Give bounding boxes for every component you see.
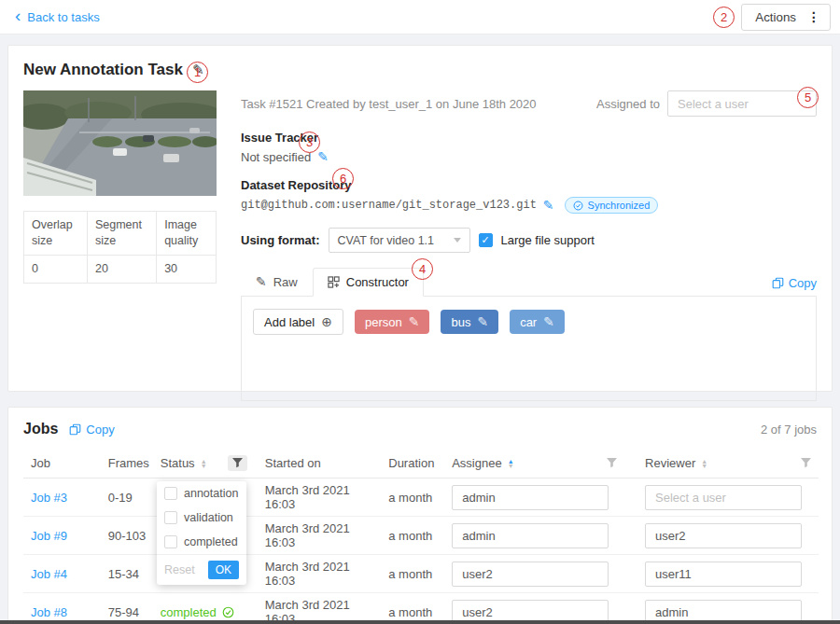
label-chip-car-name: car <box>520 315 537 329</box>
filter-option-completed-label: completed <box>184 535 238 548</box>
jobs-table: Job Frames Status ▲▼ Started on Duration <box>23 449 819 624</box>
sort-icon-reviewer[interactable]: ▲▼ <box>701 459 707 468</box>
label-chip-bus[interactable]: bus ✎ <box>441 310 498 334</box>
copy-labels-label: Copy <box>789 276 817 290</box>
job-frames: 75-94 <box>101 593 153 624</box>
job-link[interactable]: Job #4 <box>31 567 67 581</box>
col-job: Job <box>23 449 101 478</box>
param-header-segment: Segment size <box>87 212 156 256</box>
job-frames: 15-34 <box>101 555 153 593</box>
job-duration: a month <box>381 555 444 593</box>
param-header-quality: Image quality <box>157 212 217 256</box>
add-label-button[interactable]: Add label ⊕ <box>253 309 343 335</box>
copy-icon <box>69 423 81 436</box>
job-duration: a month <box>381 478 444 517</box>
callout-3: 3 <box>299 132 320 153</box>
add-label-text: Add label <box>264 315 315 329</box>
actions-button[interactable]: Actions ⋮ <box>741 4 831 31</box>
filter-option-completed[interactable]: completed <box>157 530 246 554</box>
tab-raw[interactable]: ✎ Raw <box>241 268 313 296</box>
format-select-value: CVAT for video 1.1 <box>338 234 435 247</box>
callout-5: 5 <box>797 87 819 108</box>
filter-icon-assignee[interactable] <box>607 458 617 468</box>
sync-badge-label: Synchronized <box>588 200 651 211</box>
edit-label-icon[interactable]: ✎ <box>409 314 420 329</box>
job-link[interactable]: Job #8 <box>31 605 67 619</box>
filter-ok-button[interactable]: OK <box>208 561 239 579</box>
copy-jobs-button[interactable]: Copy <box>69 423 114 437</box>
callout-1: 1 <box>187 62 208 83</box>
checkbox-annotation[interactable] <box>164 487 177 500</box>
task-title: New Annotation Task <box>23 61 183 79</box>
large-file-checkbox[interactable]: ✓ <box>479 233 493 247</box>
filter-option-annotation[interactable]: annotation <box>157 481 246 506</box>
assignee-input[interactable] <box>452 562 609 587</box>
filter-option-validation[interactable]: validation <box>157 506 246 530</box>
copy-jobs-label: Copy <box>86 423 114 437</box>
label-chip-person[interactable]: person ✎ <box>355 310 429 334</box>
table-row: Job #3 0-19 March 3rd 2021 16:03 a month <box>23 478 819 517</box>
window-bottom-edge <box>0 620 840 624</box>
sort-icon-assignee[interactable]: ▲▼ <box>508 459 514 468</box>
job-link[interactable]: Job #9 <box>31 529 67 543</box>
checkbox-completed[interactable] <box>164 535 177 548</box>
jobs-count: 2 of 7 jobs <box>761 423 817 437</box>
dataset-repository-label: Dataset Repository <box>241 178 817 192</box>
edit-label-icon[interactable]: ✎ <box>543 314 554 329</box>
label-chip-car[interactable]: car ✎ <box>510 310 565 334</box>
task-preview-image <box>23 90 217 196</box>
callout-4: 4 <box>412 258 433 280</box>
job-frames: 0-19 <box>101 478 153 517</box>
filter-icon-reviewer[interactable] <box>801 458 811 468</box>
back-to-tasks-link[interactable]: ‹ Back to tasks <box>15 10 100 24</box>
actions-label: Actions <box>742 10 805 24</box>
copy-icon <box>772 277 784 289</box>
pencil-icon: ✎ <box>256 274 267 289</box>
assignee-input[interactable] <box>452 523 609 548</box>
filter-icon-status[interactable] <box>228 455 247 471</box>
dataset-repository-url: git@github.com:username/git_storage_v123… <box>241 199 537 212</box>
table-row: Job #4 15-34 March 3rd 2021 16:03 a mont… <box>23 555 819 593</box>
job-started: March 3rd 2021 16:03 <box>258 517 382 555</box>
assigned-to-label: Assigned to <box>596 97 660 111</box>
checkbox-validation[interactable] <box>164 511 177 524</box>
large-file-label: Large file support <box>501 233 595 247</box>
edit-issue-tracker-icon[interactable]: ✎ <box>317 149 329 164</box>
reviewer-input[interactable] <box>645 523 802 548</box>
issue-tracker-label: Issue Tracker <box>241 131 817 145</box>
copy-labels-button[interactable]: Copy <box>772 276 817 296</box>
plus-circle-icon: ⊕ <box>321 314 332 329</box>
status-filter-dropdown: annotation validation completed Reset OK <box>157 481 246 585</box>
sort-icon-status[interactable]: ▲▼ <box>201 459 207 468</box>
filter-option-validation-label: validation <box>184 511 233 524</box>
param-value-segment: 20 <box>87 255 156 283</box>
edit-repository-icon[interactable]: ✎ <box>543 198 554 213</box>
col-reviewer[interactable]: Reviewer <box>645 456 695 470</box>
jobs-table-header-row: Job Frames Status ▲▼ Started on Duration <box>23 449 819 478</box>
format-select[interactable]: CVAT for video 1.1 <box>329 228 470 253</box>
assigned-to-input[interactable] <box>667 90 817 117</box>
label-chip-person-name: person <box>365 315 402 329</box>
task-details-panel: New Annotation Task ✎ <box>7 45 833 392</box>
filter-reset-button[interactable]: Reset <box>164 563 195 576</box>
col-assignee[interactable]: Assignee <box>452 456 501 470</box>
job-frames: 90-103 <box>101 517 153 555</box>
more-vertical-icon[interactable]: ⋮ <box>805 9 830 24</box>
label-chip-bus-name: bus <box>451 315 470 329</box>
job-duration: a month <box>381 593 444 624</box>
col-frames: Frames <box>101 449 153 478</box>
reviewer-input[interactable] <box>645 562 802 587</box>
tab-constructor[interactable]: Constructor <box>313 268 424 297</box>
task-meta: Task #1521 Created by test_user_1 on Jun… <box>241 97 537 111</box>
job-started: March 3rd 2021 16:03 <box>258 478 382 517</box>
check-icon: ✓ <box>481 234 489 246</box>
reviewer-input[interactable] <box>645 485 802 510</box>
tab-raw-label: Raw <box>273 275 298 289</box>
filter-option-annotation-label: annotation <box>184 487 238 500</box>
job-status: completed <box>161 605 217 619</box>
assignee-input[interactable] <box>452 485 609 510</box>
job-link[interactable]: Job #3 <box>31 491 67 505</box>
edit-label-icon[interactable]: ✎ <box>477 314 488 329</box>
check-circle-icon <box>573 201 583 211</box>
col-status[interactable]: Status <box>161 456 195 470</box>
